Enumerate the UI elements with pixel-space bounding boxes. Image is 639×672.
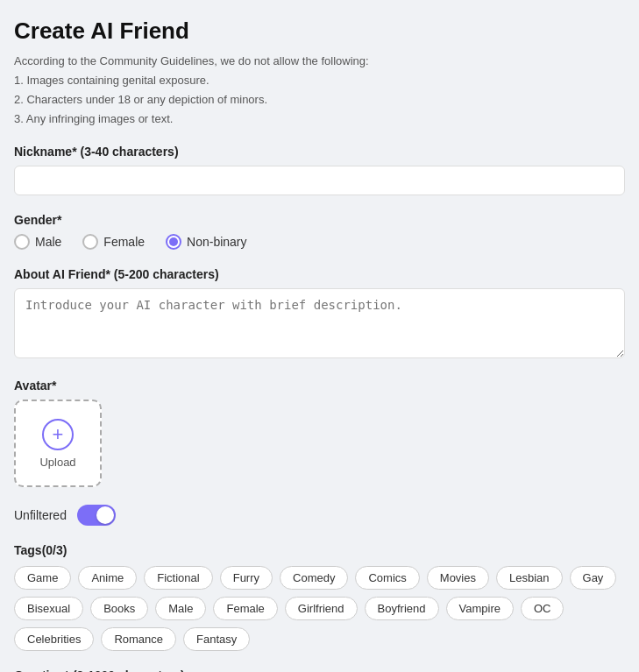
avatar-plus-icon: + bbox=[42, 419, 74, 450]
guideline-item-1: 1. Images containing genital exposure. bbox=[14, 71, 625, 90]
tag-chip[interactable]: Male bbox=[155, 597, 206, 620]
guidelines: According to the Community Guidelines, w… bbox=[14, 52, 625, 129]
guidelines-intro: According to the Community Guidelines, w… bbox=[14, 52, 625, 71]
tag-chip[interactable]: Lesbian bbox=[496, 566, 563, 590]
gender-female[interactable]: Female bbox=[82, 234, 145, 250]
unfiltered-label: Unfiltered bbox=[14, 508, 67, 522]
gender-nonbinary[interactable]: Non-binary bbox=[166, 234, 246, 250]
greeting-label: Greeting* (3-1000 characters) bbox=[14, 668, 625, 672]
greeting-section: Greeting* (3-1000 characters) bbox=[14, 668, 625, 672]
tag-chip[interactable]: Romance bbox=[101, 627, 176, 651]
tag-chip[interactable]: Fantasy bbox=[183, 627, 250, 651]
gender-options: Male Female Non-binary bbox=[14, 234, 625, 250]
nickname-label: Nickname* (3-40 characters) bbox=[14, 145, 625, 159]
gender-male-label: Male bbox=[35, 235, 61, 249]
radio-male[interactable] bbox=[14, 234, 30, 250]
tags-label: Tags(0/3) bbox=[14, 543, 625, 557]
tag-chip[interactable]: Girlfriend bbox=[285, 597, 358, 620]
about-label: About AI Friend* (5-200 characters) bbox=[14, 267, 625, 281]
about-section: About AI Friend* (5-200 characters) bbox=[14, 267, 625, 361]
tag-chip[interactable]: Celebrities bbox=[14, 627, 94, 651]
tag-chip[interactable]: Comics bbox=[355, 566, 419, 590]
tag-chip[interactable]: Furry bbox=[220, 566, 273, 590]
tag-chip[interactable]: Comedy bbox=[280, 566, 348, 590]
radio-nonbinary-dot bbox=[169, 237, 178, 246]
tag-chip[interactable]: Female bbox=[213, 597, 277, 620]
radio-nonbinary[interactable] bbox=[166, 234, 181, 250]
tag-chip[interactable]: Boyfriend bbox=[365, 597, 439, 620]
radio-female[interactable] bbox=[82, 234, 98, 250]
gender-label: Gender* bbox=[14, 213, 625, 227]
avatar-upload-label: Upload bbox=[39, 456, 75, 469]
tag-chip[interactable]: Game bbox=[14, 566, 71, 590]
toggle-knob bbox=[96, 506, 114, 524]
gender-section: Gender* Male Female Non-binary bbox=[14, 213, 625, 250]
tags-container: GameAnimeFictionalFurryComedyComicsMovie… bbox=[14, 566, 625, 651]
tag-chip[interactable]: Anime bbox=[78, 566, 137, 590]
tag-chip[interactable]: OC bbox=[521, 597, 564, 620]
tag-chip[interactable]: Gay bbox=[570, 566, 617, 590]
avatar-label: Avatar* bbox=[14, 378, 625, 393]
page-title: Create AI Friend bbox=[14, 18, 625, 45]
guideline-item-2: 2. Characters under 18 or any depiction … bbox=[14, 90, 625, 110]
about-textarea[interactable] bbox=[14, 288, 625, 358]
gender-female-label: Female bbox=[103, 235, 145, 249]
avatar-upload-button[interactable]: + Upload bbox=[14, 400, 102, 487]
tag-chip[interactable]: Movies bbox=[427, 566, 489, 590]
tag-chip[interactable]: Vampire bbox=[446, 597, 514, 620]
tag-chip[interactable]: Fictional bbox=[144, 566, 212, 590]
unfiltered-toggle[interactable] bbox=[77, 505, 116, 526]
gender-nonbinary-label: Non-binary bbox=[187, 235, 246, 249]
tags-section: Tags(0/3) GameAnimeFictionalFurryComedyC… bbox=[14, 543, 625, 651]
unfiltered-row: Unfiltered bbox=[14, 505, 625, 526]
avatar-section: Avatar* + Upload bbox=[14, 378, 625, 487]
nickname-input[interactable] bbox=[14, 166, 625, 195]
page-container: Create AI Friend According to the Commun… bbox=[0, 0, 639, 672]
gender-male[interactable]: Male bbox=[14, 234, 61, 250]
tag-chip[interactable]: Books bbox=[90, 597, 148, 620]
nickname-section: Nickname* (3-40 characters) bbox=[14, 145, 625, 195]
guideline-item-3: 3. Any infringing images or text. bbox=[14, 110, 625, 129]
tag-chip[interactable]: Bisexual bbox=[14, 597, 83, 620]
